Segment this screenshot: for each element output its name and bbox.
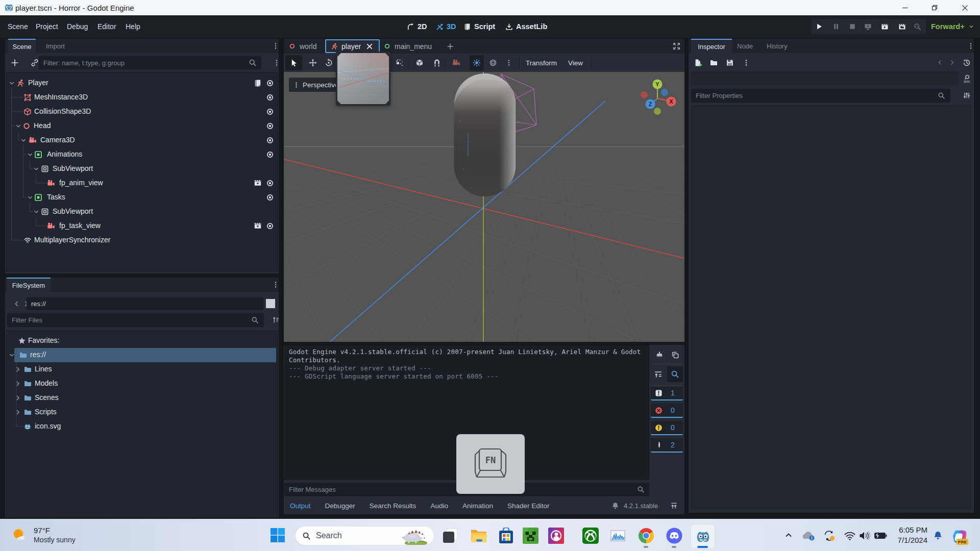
save-resource-button[interactable]: [726, 59, 734, 67]
collapse-chevron-icon[interactable]: [27, 194, 34, 201]
path-field[interactable]: res://: [27, 297, 263, 310]
search-highlight-dino-image[interactable]: [400, 526, 432, 545]
visibility-eye-icon[interactable]: [266, 179, 274, 187]
property-tools-icon[interactable]: [963, 91, 971, 99]
collapse-chevron-icon[interactable]: [33, 165, 40, 172]
mode-assetlib-button[interactable]: AssetLib: [505, 15, 547, 38]
collapse-chevron-icon[interactable]: [27, 151, 34, 158]
snap-mode-icon[interactable]: [433, 59, 441, 67]
scene-dock-menu-icon[interactable]: [272, 42, 279, 49]
expand-chevron-icon[interactable]: [14, 409, 21, 416]
camera-preview-icon[interactable]: [254, 222, 262, 230]
sync-tray-icon[interactable]: [823, 530, 836, 541]
local-space-icon[interactable]: [415, 59, 424, 67]
menu-help[interactable]: Help: [126, 15, 140, 38]
microsoft-store-icon[interactable]: [498, 528, 514, 544]
list-select-icon[interactable]: [396, 59, 404, 67]
expand-chevron-icon[interactable]: [14, 380, 21, 387]
discord-icon[interactable]: [666, 528, 682, 544]
collapse-chevron-icon[interactable]: [8, 352, 15, 359]
camera-preview-icon[interactable]: [452, 59, 460, 67]
menu-editor[interactable]: Editor: [97, 15, 116, 38]
minecraft-icon[interactable]: [522, 528, 539, 544]
edit-history-icon[interactable]: [963, 59, 971, 67]
tab-audio[interactable]: Audio: [430, 502, 448, 510]
tree-row-meshinstance3d[interactable]: MeshInstance3D: [7, 90, 277, 105]
nav-back-icon[interactable]: [13, 300, 20, 308]
fs-row-lines[interactable]: Lines: [7, 362, 277, 377]
search-box[interactable]: Search: [295, 526, 434, 545]
new-scene-tab-button[interactable]: [447, 43, 454, 50]
clear-log-button[interactable]: [655, 351, 664, 359]
tab-node[interactable]: Node: [737, 39, 753, 53]
play-scene-button[interactable]: [881, 23, 889, 31]
expand-viewport-button[interactable]: [673, 42, 680, 50]
resource-menu-icon[interactable]: [743, 59, 750, 66]
tab-scene[interactable]: Scene: [8, 39, 36, 53]
expand-chevron-icon[interactable]: [14, 366, 21, 373]
scene-filter-input[interactable]: Filter: name, t:type, g:group: [39, 56, 261, 69]
tray-clock[interactable]: 6:05 PM 7/1/2024: [891, 523, 927, 547]
log-filter-messages[interactable]: 1: [651, 386, 683, 400]
weather-widget[interactable]: 97°F Mostly sunny: [12, 523, 125, 547]
ai-app-icon[interactable]: [548, 528, 565, 544]
visibility-eye-icon[interactable]: [266, 136, 274, 144]
fs-row-icon-svg[interactable]: icon.svg: [7, 419, 277, 434]
visibility-eye-icon[interactable]: [266, 93, 274, 102]
perspective-menu[interactable]: Perspective: [289, 78, 342, 92]
log-filter-errors[interactable]: 0: [651, 404, 683, 418]
volume-tray-icon[interactable]: [859, 531, 870, 540]
collapse-chevron-icon[interactable]: [15, 122, 22, 130]
preview-settings-menu-icon[interactable]: [505, 59, 512, 66]
expand-chevron-icon[interactable]: [14, 394, 21, 402]
tray-chevron-icon[interactable]: [785, 532, 793, 539]
view-menu[interactable]: View: [568, 54, 583, 72]
script-attached-icon[interactable]: [254, 79, 262, 87]
move-mode-icon[interactable]: [309, 59, 317, 67]
mode-3d-button[interactable]: 3D: [436, 15, 456, 38]
play-button[interactable]: [816, 23, 823, 30]
log-filter-editor[interactable]: 2: [651, 438, 683, 453]
tab-history[interactable]: History: [767, 39, 787, 53]
tab-inspector[interactable]: Inspector: [691, 39, 732, 53]
visibility-eye-icon[interactable]: [266, 79, 274, 87]
add-node-button[interactable]: [11, 59, 19, 67]
mode-2d-button[interactable]: 2D: [407, 15, 427, 38]
history-forward-icon[interactable]: [949, 59, 955, 66]
xbox-icon[interactable]: [582, 528, 599, 544]
viewport-3d[interactable]: Y X Z: [284, 72, 684, 342]
menu-project[interactable]: Project: [36, 15, 58, 38]
scene-tab-world[interactable]: world: [289, 39, 316, 54]
tree-row-fp-anim-view[interactable]: fp_anim_view: [7, 176, 277, 190]
collapse-duplicates-button[interactable]: [654, 370, 663, 379]
play-custom-scene-button[interactable]: [898, 23, 906, 31]
tab-output[interactable]: Output: [290, 502, 311, 510]
tree-row-head[interactable]: Head: [7, 119, 277, 133]
tab-search-results[interactable]: Search Results: [370, 502, 416, 510]
collapse-chevron-icon[interactable]: [20, 137, 27, 144]
tab-filesystem[interactable]: FileSystem: [7, 278, 51, 292]
file-sort-button[interactable]: [272, 316, 280, 324]
camera-preview-icon[interactable]: [254, 179, 262, 187]
notification-bell-icon[interactable]: [611, 502, 619, 510]
tree-row-subviewport-1[interactable]: SubViewport: [7, 162, 277, 176]
close-tab-icon[interactable]: [366, 43, 373, 49]
collapse-chevron-icon[interactable]: [8, 80, 15, 87]
instance-scene-button[interactable]: [31, 59, 39, 67]
scene-tree-menu-icon[interactable]: [273, 59, 280, 66]
tree-row-tasks[interactable]: Tasks: [7, 190, 277, 205]
preview-environment-icon[interactable]: [489, 59, 497, 67]
menu-scene[interactable]: Scene: [8, 15, 28, 38]
player-capsule-mesh[interactable]: [454, 73, 516, 196]
onedrive-tray-icon[interactable]: [802, 532, 816, 541]
history-back-icon[interactable]: [937, 59, 943, 66]
renderer-dropdown[interactable]: Forward+: [931, 15, 974, 38]
tree-row-animations[interactable]: Animations: [7, 147, 277, 162]
inspector-filter-input[interactable]: Filter Properties: [691, 89, 950, 103]
play-remote-button[interactable]: [864, 23, 872, 31]
tree-row-subviewport-2[interactable]: SubViewport: [7, 205, 277, 219]
visibility-eye-icon[interactable]: [266, 193, 274, 202]
stop-button[interactable]: [849, 23, 856, 30]
fs-row-scripts[interactable]: Scripts: [7, 405, 277, 419]
movie-maker-button[interactable]: [914, 23, 921, 31]
